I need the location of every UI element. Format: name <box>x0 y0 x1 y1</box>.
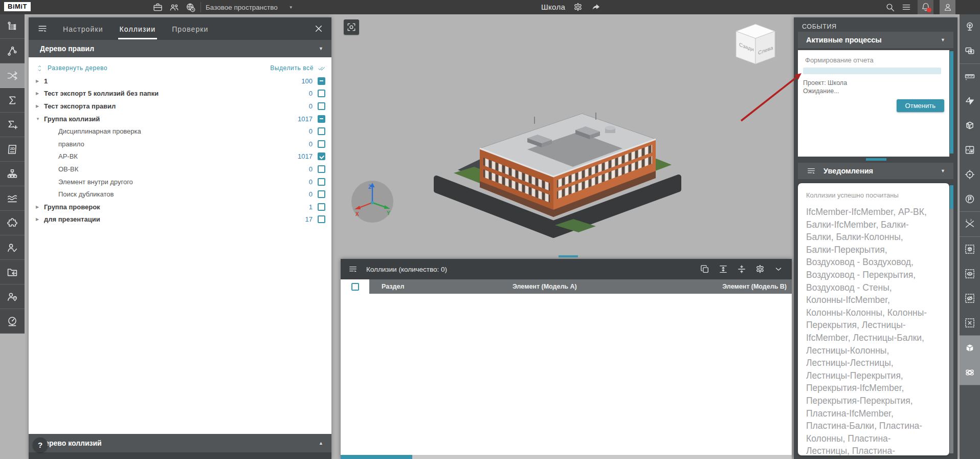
3d-building-model[interactable] <box>427 73 685 257</box>
right-toolbar-hide-selection-button[interactable] <box>960 286 980 311</box>
tree-item-checkbox[interactable] <box>318 140 325 148</box>
active-processes-header[interactable]: Активные процессы ▼ <box>798 32 953 48</box>
team-icon[interactable] <box>169 2 180 13</box>
bottom-panel-drag-handle[interactable] <box>559 255 578 257</box>
view-cube[interactable]: Сзади Слева <box>734 23 776 65</box>
left-toolbar-structure-button[interactable] <box>0 162 25 186</box>
cancel-process-button[interactable]: Отменить <box>897 99 944 112</box>
right-toolbar-shaded-mode-button[interactable] <box>960 336 980 360</box>
tree-item-checkbox[interactable] <box>318 90 325 97</box>
left-toolbar-approvals-button[interactable] <box>0 235 25 260</box>
tree-item-checkbox[interactable] <box>318 178 325 186</box>
collapse-rows-icon[interactable] <box>737 264 747 274</box>
screenshot-camera-button[interactable] <box>344 19 359 35</box>
tree-item-checkbox[interactable] <box>318 127 325 135</box>
tree-caret-icon[interactable]: ▼ <box>36 117 44 121</box>
tree-item-checkbox[interactable] <box>318 115 325 123</box>
expand-rows-icon[interactable] <box>718 264 728 274</box>
column-header-section[interactable]: Раздел <box>382 279 404 294</box>
left-toolbar-totals-button[interactable] <box>0 88 25 113</box>
tree-row[interactable]: Дисциплинарная проверка0 <box>29 125 331 138</box>
tree-item-checkbox[interactable] <box>318 152 325 160</box>
group-copy-icon[interactable] <box>700 264 710 274</box>
tree-row[interactable]: Элемент внутри другого0 <box>29 176 331 188</box>
left-toolbar-export-folder-button[interactable] <box>0 260 25 285</box>
processes-scrollbar-thumb[interactable] <box>950 51 953 154</box>
right-toolbar-scene-tree-button[interactable] <box>960 14 980 39</box>
tab-Настройки[interactable]: Настройки <box>61 18 105 39</box>
tree-row[interactable]: правило0 <box>29 138 331 150</box>
notifications-header[interactable]: Уведомления ▼ <box>798 163 953 179</box>
projects-briefcase-icon[interactable] <box>152 2 163 13</box>
right-toolbar-orbit-mode-button[interactable] <box>960 360 980 385</box>
right-toolbar-locate-target-button[interactable] <box>960 162 980 187</box>
session-globe-icon[interactable] <box>185 2 196 13</box>
project-settings-gear-icon[interactable] <box>573 2 583 12</box>
notifications-bell-button[interactable] <box>918 0 933 14</box>
left-toolbar-totals-add-button[interactable] <box>0 113 25 137</box>
tree-item-checkbox[interactable] <box>318 102 325 110</box>
tab-Проверки[interactable]: Проверки <box>170 18 210 39</box>
select-all-checkbox[interactable] <box>351 283 359 291</box>
left-toolbar-plugins-button[interactable] <box>0 211 25 235</box>
table-settings-gear-icon[interactable] <box>755 264 765 274</box>
tree-caret-icon[interactable]: ▶ <box>36 91 44 96</box>
tree-item-checkbox[interactable] <box>318 215 325 223</box>
notifications-scrollbar[interactable] <box>950 185 953 453</box>
left-toolbar-dashboard-button[interactable] <box>0 309 25 334</box>
right-toolbar-select-elements-button[interactable] <box>960 39 980 63</box>
table-menu-icon[interactable] <box>348 264 358 274</box>
tree-item-checkbox[interactable] <box>318 190 325 198</box>
close-panel-icon[interactable] <box>313 23 324 34</box>
tree-row[interactable]: ОВ-ВК0 <box>29 163 331 176</box>
left-toolbar-collisions-button[interactable] <box>0 63 25 88</box>
tree-row[interactable]: ▶1100 <box>29 75 331 88</box>
left-toolbar-selection-sets-button[interactable] <box>0 39 25 63</box>
workspace-selector[interactable]: Базовое пространство ▼ <box>206 0 293 14</box>
help-button[interactable]: ? <box>33 438 48 452</box>
right-toolbar-show-selection-button[interactable] <box>960 261 980 286</box>
right-toolbar-measure-ruler-button[interactable] <box>960 64 980 89</box>
tree-caret-icon[interactable]: ▶ <box>36 104 44 108</box>
tree-item-checkbox[interactable] <box>318 203 325 211</box>
right-toolbar-flip-view-button[interactable] <box>960 89 980 113</box>
column-header-element-b[interactable]: Элемент (Модель B) <box>722 279 787 294</box>
tree-caret-icon[interactable]: ▶ <box>36 217 44 222</box>
notifications-menu-icon[interactable] <box>806 166 816 176</box>
tree-caret-icon[interactable]: ▶ <box>36 205 44 209</box>
user-profile-button[interactable] <box>940 0 955 14</box>
select-all-button[interactable]: Выделить всё <box>270 64 325 72</box>
left-toolbar-user-location-button[interactable] <box>0 285 25 309</box>
tree-row[interactable]: АР-ВК1017 <box>29 150 331 163</box>
tab-Коллизии[interactable]: Коллизии <box>118 18 158 39</box>
left-toolbar-analytics-button[interactable] <box>0 186 25 211</box>
tree-row[interactable]: Поиск дубликатов0 <box>29 188 331 201</box>
horizontal-scrollbar-thumb[interactable] <box>341 455 412 459</box>
panel-menu-icon[interactable] <box>37 23 48 34</box>
right-toolbar-clear-dimensions-button[interactable]: 12 <box>960 212 980 236</box>
share-icon[interactable] <box>591 2 601 12</box>
right-toolbar-section-box-button[interactable] <box>960 113 980 138</box>
horizontal-scrollbar[interactable] <box>341 455 792 459</box>
right-toolbar-clear-selection-button[interactable] <box>960 311 980 335</box>
left-toolbar-model-browser-button[interactable] <box>0 14 25 39</box>
right-toolbar-drawings-plan-button[interactable] <box>960 138 980 162</box>
right-toolbar-point-flag-button[interactable] <box>960 187 980 211</box>
chevron-down-icon[interactable]: ▼ <box>319 46 323 51</box>
right-toolbar-isolate-selection-button[interactable] <box>960 237 980 261</box>
rules-tree-header[interactable]: Дерево правил ▼ <box>29 40 331 57</box>
expand-tree-button[interactable]: Развернуть дерево <box>36 64 107 72</box>
tree-row[interactable]: ▶для презентации17 <box>29 213 331 226</box>
tree-row[interactable]: ▶Тест экспорта правил0 <box>29 100 331 113</box>
events-sections-drag-handle[interactable] <box>866 158 886 161</box>
tree-caret-icon[interactable]: ▶ <box>36 79 44 83</box>
tree-item-checkbox[interactable] <box>318 165 325 173</box>
tree-row[interactable]: ▶Группа проверок1 <box>29 201 331 213</box>
collision-tree-footer[interactable]: Дерево коллизий ▲ <box>29 434 331 452</box>
column-header-element-a[interactable]: Элемент (Модель А) <box>513 279 577 294</box>
tree-item-checkbox[interactable] <box>318 77 325 85</box>
search-icon[interactable] <box>885 2 895 12</box>
tree-row[interactable]: ▼Группа коллизий1017 <box>29 113 331 125</box>
notifications-scrollbar-thumb[interactable] <box>950 185 953 209</box>
left-toolbar-drawings-2d-button[interactable]: 2D <box>0 137 25 162</box>
